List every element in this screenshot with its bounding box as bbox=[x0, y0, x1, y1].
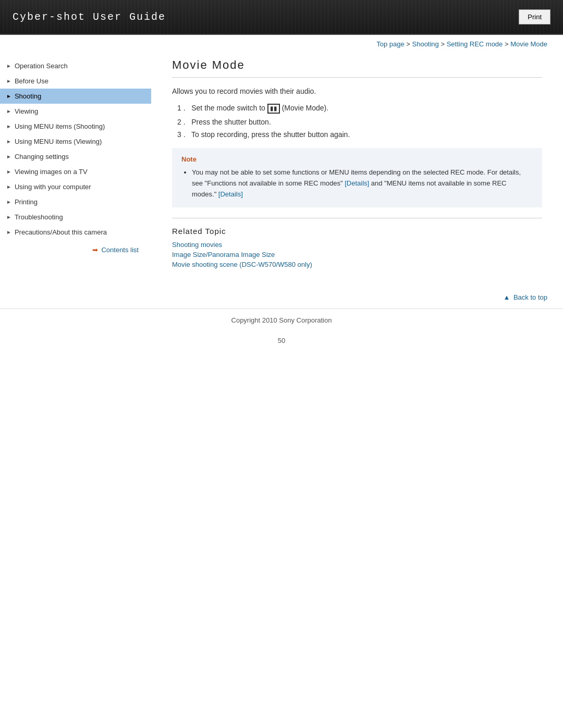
sidebar-item-label: Using with your computer bbox=[15, 183, 91, 191]
sidebar-item-using-menu-viewing[interactable]: ► Using MENU items (Viewing) bbox=[0, 134, 151, 149]
breadcrumb: Top page > Shooting > Setting REC mode >… bbox=[0, 35, 563, 53]
related-topic-section: Related Topic Shooting movies Image Size… bbox=[172, 218, 542, 268]
step-number: 2 . bbox=[177, 118, 186, 126]
sidebar-item-viewing-images-tv[interactable]: ► Viewing images on a TV bbox=[0, 164, 151, 179]
page-number: 50 bbox=[0, 331, 563, 350]
print-button[interactable]: Print bbox=[519, 9, 550, 24]
sidebar-item-operation-search[interactable]: ► Operation Search bbox=[0, 58, 151, 73]
back-to-top-bar: ▲ Back to top bbox=[0, 286, 563, 309]
sidebar-item-label: Troubleshooting bbox=[15, 213, 63, 221]
step-text: To stop recording, press the shutter but… bbox=[187, 130, 350, 139]
breadcrumb-movie-mode[interactable]: Movie Mode bbox=[510, 40, 547, 48]
step-1: 1 . Set the mode switch to ▮▮ (Movie Mod… bbox=[172, 104, 542, 114]
arrow-icon: ► bbox=[6, 63, 11, 69]
arrow-icon: ► bbox=[6, 78, 11, 84]
sidebar-item-label: Operation Search bbox=[15, 62, 68, 70]
main-layout: ► Operation Search ► Before Use ► Shooti… bbox=[0, 53, 563, 286]
note-label: Note bbox=[181, 155, 533, 163]
sidebar-item-using-menu-shooting[interactable]: ► Using MENU items (Shooting) bbox=[0, 119, 151, 134]
page-title: Movie Mode bbox=[172, 58, 542, 78]
note-box: Note You may not be able to set some fun… bbox=[172, 148, 542, 207]
back-to-top-link[interactable]: ▲ Back to top bbox=[503, 293, 547, 301]
contents-list-link[interactable]: ➡ Contents list bbox=[0, 242, 151, 258]
note-details-link-1[interactable]: [Details] bbox=[345, 179, 369, 187]
step-3: 3 . To stop recording, press the shutter… bbox=[172, 130, 542, 139]
related-link-movie-shooting-scene[interactable]: Movie shooting scene (DSC-W570/W580 only… bbox=[172, 261, 542, 268]
back-to-top-label: Back to top bbox=[513, 293, 547, 301]
step-2: 2 . Press the shutter button. bbox=[172, 118, 542, 126]
contents-list-label[interactable]: Contents list bbox=[101, 246, 139, 254]
related-link-shooting-movies[interactable]: Shooting movies bbox=[172, 241, 542, 249]
note-list: You may not be able to set some function… bbox=[181, 167, 533, 200]
sidebar-item-label: Printing bbox=[15, 198, 38, 206]
step-text: Set the mode switch to ▮▮ (Movie Mode). bbox=[187, 104, 328, 112]
sidebar-item-label: Precautions/About this camera bbox=[15, 228, 107, 236]
arrow-icon: ► bbox=[6, 154, 11, 159]
arrow-icon: ► bbox=[6, 108, 11, 114]
page-header: Cyber-shot User Guide Print bbox=[0, 0, 563, 35]
arrow-icon: ► bbox=[6, 124, 11, 129]
related-link-image-size[interactable]: Image Size/Panorama Image Size bbox=[172, 251, 542, 258]
note-details-link-2[interactable]: [Details] bbox=[218, 190, 243, 198]
main-content: Movie Mode Allows you to record movies w… bbox=[151, 53, 563, 286]
footer: Copyright 2010 Sony Corporation bbox=[0, 309, 563, 331]
sidebar-item-label: Viewing images on a TV bbox=[15, 168, 88, 176]
breadcrumb-shooting[interactable]: Shooting bbox=[412, 40, 439, 48]
step-text: Press the shutter button. bbox=[187, 118, 271, 126]
arrow-icon: ► bbox=[6, 229, 11, 235]
sidebar-item-troubleshooting[interactable]: ► Troubleshooting bbox=[0, 209, 151, 225]
arrow-icon: ► bbox=[6, 214, 11, 220]
sidebar-item-label: Using MENU items (Shooting) bbox=[15, 122, 105, 130]
sidebar-item-changing-settings[interactable]: ► Changing settings bbox=[0, 149, 151, 164]
sidebar-item-shooting[interactable]: ► Shooting bbox=[0, 89, 151, 104]
sidebar-item-label: Changing settings bbox=[15, 153, 69, 161]
sidebar-item-before-use[interactable]: ► Before Use bbox=[0, 73, 151, 89]
arrow-right-icon: ➡ bbox=[92, 246, 98, 254]
arrow-icon: ► bbox=[6, 199, 11, 205]
intro-text: Allows you to record movies with their a… bbox=[172, 87, 542, 95]
sidebar-item-precautions[interactable]: ► Precautions/About this camera bbox=[0, 225, 151, 240]
sidebar-item-label: Using MENU items (Viewing) bbox=[15, 138, 102, 145]
arrow-icon: ► bbox=[6, 169, 11, 175]
breadcrumb-top-page[interactable]: Top page bbox=[376, 40, 405, 48]
arrow-icon: ► bbox=[6, 139, 11, 144]
arrow-icon: ► bbox=[6, 184, 11, 190]
copyright-text: Copyright 2010 Sony Corporation bbox=[231, 316, 332, 324]
sidebar-item-label: Before Use bbox=[15, 77, 48, 85]
related-topic-title: Related Topic bbox=[172, 227, 542, 236]
sidebar-item-printing[interactable]: ► Printing bbox=[0, 194, 151, 209]
step-number: 1 . bbox=[177, 104, 186, 112]
sidebar-item-label: Viewing bbox=[15, 107, 38, 115]
arrow-icon: ► bbox=[6, 93, 11, 99]
sidebar-item-label: Shooting bbox=[15, 92, 41, 100]
app-title: Cyber-shot User Guide bbox=[13, 11, 166, 23]
steps-list: 1 . Set the mode switch to ▮▮ (Movie Mod… bbox=[172, 104, 542, 139]
triangle-up-icon: ▲ bbox=[503, 293, 510, 301]
sidebar-item-viewing[interactable]: ► Viewing bbox=[0, 104, 151, 119]
sidebar-item-using-with-computer[interactable]: ► Using with your computer bbox=[0, 179, 151, 194]
sidebar: ► Operation Search ► Before Use ► Shooti… bbox=[0, 53, 151, 286]
note-item: You may not be able to set some function… bbox=[192, 167, 533, 200]
breadcrumb-setting-rec-mode[interactable]: Setting REC mode bbox=[447, 40, 503, 48]
step-number: 3 . bbox=[177, 130, 186, 139]
movie-mode-icon: ▮▮ bbox=[267, 104, 280, 114]
